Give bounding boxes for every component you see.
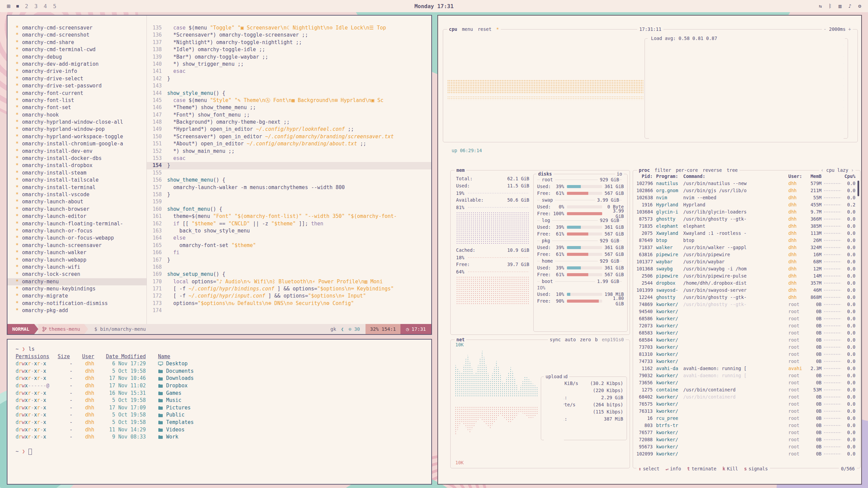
process-row[interactable]: 102796nautilus/usr/bin/nautilus --newdhh… [636, 180, 855, 187]
process-row[interactable]: 94540kworker/root0B0.0 [636, 308, 855, 315]
memory-box-title[interactable]: mem [455, 167, 466, 173]
omarchy-logo-icon[interactable]: ⊞ [7, 3, 10, 9]
file-tree-item[interactable]: *omarchy-launch-editor [7, 213, 146, 220]
process-row[interactable]: 101377waybar/usr/bin/waybardhh68M0.0 [636, 258, 855, 265]
file-tree-item[interactable]: *omarchy-font-current [7, 90, 146, 97]
file-tree-item[interactable]: *omarchy-launch-wifi [7, 264, 146, 271]
proc-action-info[interactable]: ↵info [666, 466, 681, 471]
file-tree-item[interactable]: *omarchy-launch-about [7, 198, 146, 205]
column-header[interactable]: Command: [683, 174, 788, 179]
process-row[interactable]: 102099kworker/root0B0.0 [636, 450, 855, 458]
update-interval[interactable]: - 2000ms + [822, 26, 853, 32]
process-row[interactable]: 71835elephantelephantdhh385M0.0 [636, 223, 855, 230]
file-tree-item[interactable]: *omarchy-install-docker-dbs [7, 155, 146, 162]
file-tree-item[interactable]: *omarchy-debug [7, 54, 146, 61]
process-row[interactable]: 87573ghostty/usr/bin/ghostty --gtk-dhh36… [636, 216, 855, 223]
process-row[interactable]: 16rcu_preeroot0B0.0 [636, 415, 855, 422]
code-editor[interactable]: 135 case $(menu "Toggle" "▣ Screensaver\… [146, 16, 431, 324]
terminal-window[interactable]: ~ ❯ ls PermissionsSizeUserDate ModifiedN… [7, 339, 432, 485]
process-row[interactable]: 1275containe/usr/bin/containerdroot53M0.… [636, 386, 855, 393]
file-tree-item[interactable]: *omarchy-pkg-add [7, 307, 146, 314]
file-tree-item[interactable]: *omarchy-menu [7, 278, 146, 285]
process-row[interactable]: 2544dropbox/home/dhh/.dropbox-distdhh357… [636, 280, 855, 287]
column-header[interactable]: Cpu% [843, 174, 855, 179]
network-interface[interactable]: enp191s0 [602, 337, 624, 342]
clock[interactable]: Monday 17:31 [414, 3, 454, 9]
process-row[interactable]: 79032kworker/avahi-daemon: running [root… [636, 372, 855, 379]
file-tree-item[interactable]: *omarchy-launch-or-focus-webapp [7, 235, 146, 242]
display-icon[interactable]: ▥ [839, 3, 842, 9]
process-row[interactable]: 95673kworker/root0B0.0 [636, 443, 855, 450]
file-tree-item[interactable]: *omarchy-install-vscode [7, 191, 146, 198]
net-button-b[interactable]: b [595, 337, 598, 342]
file-tree-item[interactable]: *omarchy-hyprland-window-close-all [7, 119, 146, 126]
net-button-sync[interactable]: sync [550, 337, 561, 342]
process-row[interactable]: 101368swaybg/usr/bin/swaybg -i /homdhh12… [636, 265, 855, 272]
interval-decrease[interactable]: - [824, 26, 826, 32]
file-tree-item[interactable]: *omarchy-launch-walker [7, 249, 146, 256]
file-tree-item[interactable]: *omarchy-install-steam [7, 169, 146, 177]
net-button-zero[interactable]: zero [580, 337, 591, 342]
file-tree-item[interactable]: *omarchy-cmd-screenshot [7, 32, 146, 39]
proc-tab-per-core[interactable]: per-core [676, 167, 698, 173]
interval-increase[interactable]: + [848, 26, 851, 32]
process-row[interactable]: 72073kworker/root0B0.0 [636, 322, 855, 329]
column-header[interactable]: Program: [656, 174, 683, 179]
workspace-4[interactable]: 4 [44, 3, 47, 9]
file-tree-item[interactable]: *omarchy-install-dropbox [7, 162, 146, 169]
process-row[interactable]: 81310kworker/root0B0.0 [636, 351, 855, 358]
file-tree-item[interactable]: *omarchy-launch-screensaver [7, 242, 146, 249]
process-row[interactable]: 12244ghostty/usr/bin/ghostty --gtk-dhh86… [636, 294, 855, 301]
process-row[interactable]: 63816pipewire/usr/bin/pipewiredhh16M0.0 [636, 251, 855, 258]
git-branch[interactable]: themes-menu [38, 324, 84, 334]
screen-share-icon[interactable]: ⇆ [819, 3, 822, 9]
file-tree-item[interactable]: *omarchy-drive-select [7, 75, 146, 82]
btop-tab-cpu[interactable]: cpu [449, 26, 457, 32]
process-row[interactable]: 68402kworker//usr/bin/containerdroot0B0.… [636, 393, 855, 401]
file-tree-item[interactable]: *omarchy-launch-or-focus [7, 227, 146, 235]
settings-icon[interactable]: ⚙ [858, 3, 861, 9]
proc-action-kill[interactable]: kKill [723, 466, 738, 471]
file-tree-item[interactable]: *omarchy-install-terminal [7, 184, 146, 191]
file-tree-item[interactable]: *omarchy-hyprland-window-pop [7, 126, 146, 133]
process-row[interactable]: 68584kworker/root0B0.0 [636, 337, 855, 344]
process-row[interactable]: 2506pipewire/usr/bin/pipewire-pulsedhh14… [636, 272, 855, 280]
proc-tab-filter[interactable]: filter [655, 167, 671, 173]
proc-tab-tree[interactable]: tree [727, 167, 738, 173]
process-row[interactable]: 71837walker/usr/bin/walker --gappldhh324… [636, 244, 855, 251]
process-row[interactable]: 73703kworker/root0B0.0 [636, 344, 855, 351]
workspace-5[interactable]: 5 [53, 3, 56, 9]
file-tree-item[interactable]: *omarchy-menu-keybindings [7, 285, 146, 292]
proc-action-terminate[interactable]: tterminate [687, 466, 716, 471]
process-row[interactable]: 72088kworker/root0B0.0 [636, 436, 855, 443]
workspace-2[interactable]: 2 [25, 3, 28, 9]
process-row[interactable]: 87649btopbtopdhh26M0.0 [636, 237, 855, 244]
bluetooth-icon[interactable]: ᛒ [829, 3, 832, 9]
proc-action-select[interactable]: ↕select [638, 466, 659, 471]
disks-box-title[interactable]: disks [536, 171, 554, 177]
column-header[interactable]: Pid: [636, 174, 656, 179]
network-box-title[interactable]: net [455, 337, 466, 342]
process-row[interactable]: 102638nvimnvim --embeddhh55M0.0 [636, 194, 855, 201]
process-row[interactable]: 74733kworker/root0B0.0 [636, 358, 855, 365]
net-button-auto[interactable]: auto [565, 337, 576, 342]
workspace-1-active[interactable]: ■ [16, 4, 19, 8]
file-tree-item[interactable]: *omarchy-launch-webapp [7, 257, 146, 264]
shell-prompt[interactable]: ~ ❯ [16, 448, 423, 455]
process-row[interactable]: 102866org.gnom/usr/bin/gjs /usr/lib/odhh… [636, 187, 855, 194]
process-row[interactable]: 2075XwaylandXwayland :1 -rootless -dhh11… [636, 230, 855, 237]
file-tree-item[interactable]: *omarchy-cmd-screensaver [7, 24, 146, 32]
file-tree-item[interactable]: *omarchy-cmd-share [7, 39, 146, 46]
process-row[interactable]: 68586kworker/root0B0.0 [636, 315, 855, 322]
process-row[interactable]: 74869kworker//usr/bin/ghostty --gtk-root… [636, 301, 855, 308]
preset-star[interactable]: * [496, 26, 499, 32]
process-row[interactable]: 1162avahi-daavahi-daemon: running [avahi… [636, 365, 855, 372]
file-tree-item[interactable]: *omarchy-font-list [7, 97, 146, 104]
process-scrollbar[interactable] [857, 181, 859, 196]
process-row[interactable]: 101399swayosd-/usr/bin/swayosd-serverdhh… [636, 287, 855, 294]
process-sort[interactable]: ‹cpu lazy› [819, 167, 855, 173]
file-tree-item[interactable]: *omarchy-install-tailscale [7, 177, 146, 184]
file-tree-item[interactable]: *omarchy-cmd-terminal-cwd [7, 46, 146, 53]
btop-tab-reset[interactable]: reset [478, 26, 492, 32]
file-tree-item[interactable]: *omarchy-migrate [7, 292, 146, 300]
